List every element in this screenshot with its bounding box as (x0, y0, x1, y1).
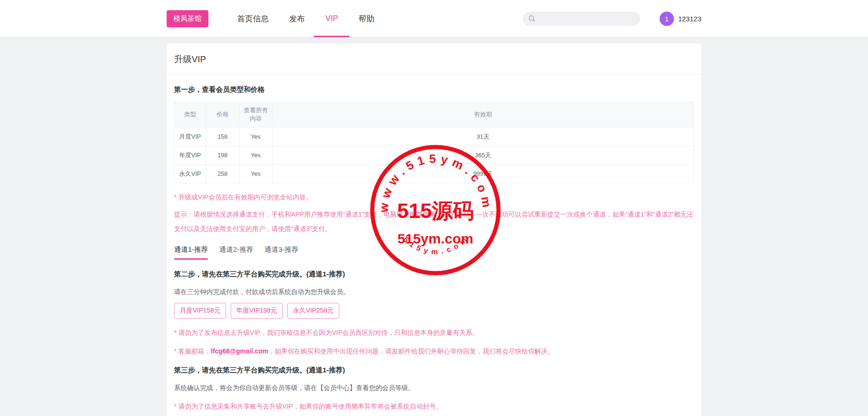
vip-card-title: 升级VIP (174, 53, 694, 65)
cell-type: 月度VIP (175, 128, 206, 146)
note-validity: * 升级成VIP会员后在有效期内可浏览全站内容。 (174, 193, 694, 202)
buy-lifetime-vip-button[interactable]: 永久VIP258元 (287, 303, 339, 319)
tab-channel-1-label: 通道1-推荐 (174, 245, 208, 253)
step2-heading: 第二步，请先在第三方平台购买完成升级。(通道1-推荐) (174, 270, 694, 279)
avatar[interactable]: 1 (660, 12, 674, 26)
cell-type: 年度VIP (175, 146, 206, 165)
buy-yearly-vip-button[interactable]: 年度VIP198元 (231, 303, 283, 319)
user-menu[interactable]: 1 123123 (660, 12, 701, 26)
cell-price: 258 (206, 165, 240, 183)
username: 123123 (678, 15, 701, 23)
email-note-suffix: ，如果你在购买和使用中出现任何问题，请发邮件给我们并耐心等待回复，我们将会尽快给… (268, 347, 554, 355)
note-support-email: * 客服邮箱：lfcg68@gmail.com，如果你在购买和使用中出现任何问题… (174, 347, 694, 356)
step1-heading: 第一步，查看会员类型和价格 (174, 85, 694, 94)
nav-item-vip-label: VIP (325, 14, 338, 23)
active-nav-underline (314, 36, 350, 37)
vip-upgrade-card: 升级VIP 第一步，查看会员类型和价格 类型 价格 查看所有内容 有效期 月度V… (167, 44, 701, 416)
col-header-price: 价格 (206, 102, 240, 128)
note-account-ban: * 请勿为了信息采集和共享账号去升级VIP，如果你的账号使用频率异常将会被系统自… (174, 403, 694, 411)
site-logo[interactable]: 楼凤茶馆 (167, 10, 208, 27)
price-table: 类型 价格 查看所有内容 有效期 月度VIP 158 Yes 31天 年度VIP (174, 102, 694, 183)
tab-channel-1[interactable]: 通道1-推荐 (174, 243, 208, 260)
search-icon (528, 15, 536, 22)
support-email-link[interactable]: lfcg68@gmail.com (211, 347, 268, 355)
buy-monthly-vip-button[interactable]: 月度VIP158元 (174, 303, 226, 319)
channel-tabs: 通道1-推荐 通道2-推荐 通道3-推荐 (174, 243, 694, 260)
email-note-prefix: * 客服邮箱： (174, 347, 211, 355)
step3-heading: 第三步，请先在第三方平台购买完成升级。(通道1-推荐) (174, 366, 694, 375)
main-nav: 首页信息 发布 VIP 帮助 (237, 0, 374, 37)
search-input[interactable] (539, 15, 635, 22)
cell-price: 198 (206, 146, 240, 165)
cell-price: 158 (206, 128, 240, 146)
cell-type: 永久VIP (175, 165, 206, 183)
step3-instruction: 系统确认完成，将会为你自动更新会员等级，请在【会员中心】查看您的会员等级。 (174, 384, 694, 392)
cell-view: Yes (240, 146, 272, 165)
cell-valid: 31天 (272, 128, 694, 146)
cell-valid: 365天 (272, 146, 694, 165)
vip-card-header: 升级VIP (167, 44, 701, 74)
price-table-header-row: 类型 价格 查看所有内容 有效期 (175, 102, 694, 128)
cell-view: Yes (240, 128, 272, 146)
nav-item-home[interactable]: 首页信息 (237, 0, 269, 37)
table-row: 月度VIP 158 Yes 31天 (175, 128, 694, 146)
nav-item-vip[interactable]: VIP (325, 0, 338, 37)
step2-instruction: 请在三分钟内完成付款，付款成功后系统自动为您升级会员。 (174, 288, 694, 296)
purchase-buttons: 月度VIP158元 年度VIP198元 永久VIP258元 (174, 303, 694, 319)
cell-view: Yes (240, 165, 272, 183)
search-box[interactable] (523, 12, 640, 26)
top-navbar: 楼凤茶馆 首页信息 发布 VIP 帮助 1 123123 (0, 0, 868, 37)
col-header-view: 查看所有内容 (240, 102, 272, 128)
active-tab-underline (174, 258, 208, 260)
tab-channel-3[interactable]: 通道3-推荐 (265, 243, 298, 260)
payment-channel-tip: 提示：请根据情况选择通道支付，手机和APP用户推荐使用“通道1”支付，电脑用户推… (174, 207, 694, 236)
nav-item-help[interactable]: 帮助 (358, 0, 374, 37)
col-header-valid: 有效期 (272, 102, 694, 128)
tab-channel-2[interactable]: 通道2-推荐 (219, 243, 253, 260)
nav-item-publish[interactable]: 发布 (289, 0, 305, 37)
table-row: 年度VIP 198 Yes 365天 (175, 146, 694, 165)
table-row: 永久VIP 258 Yes 9999天 (175, 165, 694, 183)
cell-valid: 9999天 (272, 165, 694, 183)
note-review-policy: * 请勿为了发布信息去升级VIP，我们审核信息不会因为VIP会员而区别对待，只和… (174, 329, 694, 337)
col-header-type: 类型 (175, 102, 206, 128)
